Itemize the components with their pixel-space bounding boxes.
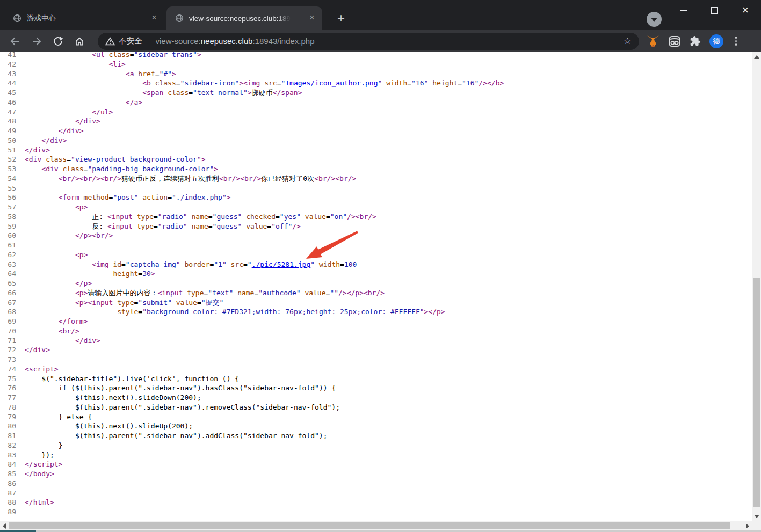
code-token: </div> <box>75 117 100 125</box>
line-number: 58 <box>0 212 20 222</box>
line-number: 75 <box>0 374 20 384</box>
window-minimize-button[interactable] <box>670 1 696 19</box>
line-content: <div class="padding-big background-color… <box>25 164 218 174</box>
source-line: 53 <div class="padding-big background-co… <box>0 164 504 174</box>
source-line: 64 height=30> <box>0 269 504 279</box>
line-content: </form> <box>25 317 88 326</box>
home-icon <box>74 36 85 47</box>
tab-close-icon[interactable]: × <box>149 13 159 23</box>
source-line: 65 </p> <box>0 279 504 288</box>
bookmark-star-icon[interactable]: ☆ <box>624 35 632 47</box>
code-token: <p><input <box>75 298 117 307</box>
tab-game-center[interactable]: 游戏中心 × <box>4 6 164 30</box>
code-token: $(".sidebar-title").live('click', functi… <box>41 375 239 383</box>
code-token: height <box>432 79 458 87</box>
window-close-button[interactable]: × <box>733 1 758 19</box>
line-content: </script> <box>25 460 62 469</box>
scroll-up-arrow-icon[interactable] <box>754 55 759 59</box>
line-content: $(".sidebar-title").live('click', functi… <box>25 374 239 384</box>
back-button[interactable] <box>9 35 21 48</box>
media-controls-button[interactable] <box>647 12 662 27</box>
source-line: 79 } else { <box>0 412 504 422</box>
code-token: } else { <box>59 413 92 421</box>
line-number: 48 <box>0 116 20 126</box>
code-token: <span <box>142 89 168 97</box>
horizontal-scrollbar[interactable] <box>0 521 752 530</box>
code-token: type <box>117 298 134 307</box>
code-token: "guess" <box>213 222 247 230</box>
source-line: 73 <box>0 355 504 365</box>
source-line: 57 <p> <box>0 202 504 212</box>
line-number: 53 <box>0 164 20 174</box>
metamask-fox-icon[interactable] <box>647 35 659 48</box>
security-label[interactable]: 不安全 <box>119 36 142 46</box>
source-line: 63 <img id="captcha_img" border="1" src=… <box>0 260 504 269</box>
code-token: src <box>231 260 243 268</box>
line-content: </html> <box>25 498 54 507</box>
code-token: > <box>248 89 252 97</box>
source-line: 44 <b class="sidebar-icon"><img src="Ima… <box>0 78 504 88</box>
line-number: 52 <box>0 155 20 164</box>
scroll-left-arrow-icon[interactable] <box>3 523 6 529</box>
line-number: 63 <box>0 260 20 269</box>
line-number: 70 <box>0 326 20 336</box>
line-number: 44 <box>0 78 20 88</box>
source-line: 76 if ($(this).parent(".sidebar-nav").ha… <box>0 383 504 393</box>
scroll-right-arrow-icon[interactable] <box>746 523 749 529</box>
home-button[interactable] <box>73 35 86 48</box>
horizontal-scrollbar-thumb[interactable] <box>9 522 730 529</box>
code-token: <script> <box>25 365 59 373</box>
code-token: = <box>208 222 213 230</box>
vertical-scrollbar[interactable] <box>752 52 761 521</box>
forward-button[interactable] <box>30 35 43 48</box>
profile-avatar[interactable]: 德 <box>709 34 723 48</box>
kebab-dot <box>735 37 737 38</box>
line-number: 41 <box>0 52 20 60</box>
code-token: </script> <box>25 460 62 468</box>
line-number: 89 <box>0 507 20 517</box>
warning-icon <box>105 37 115 46</box>
line-number: 62 <box>0 250 20 260</box>
code-token: <div <box>41 165 62 173</box>
code-token: 掷硬币 <box>252 89 273 97</box>
code-token: border <box>184 260 209 268</box>
vertical-scrollbar-thumb[interactable] <box>753 278 760 507</box>
line-number: 67 <box>0 298 20 308</box>
line-number: 65 <box>0 279 20 288</box>
line-content: $(this).parent(".sidebar-nav").removeCla… <box>25 403 340 412</box>
tab-close-icon[interactable]: × <box>307 13 317 23</box>
tab-view-source[interactable]: view-source:neepusec.club:189 × <box>166 6 322 30</box>
line-number: 73 <box>0 355 20 365</box>
code-token: "16" <box>411 79 432 87</box>
source-line: 86 <box>0 479 504 489</box>
goggles-extension-icon[interactable] <box>668 35 681 48</box>
code-token: /><br/> <box>347 213 376 221</box>
source-line: 43 <a href="#"> <box>0 69 504 79</box>
line-content: $(this).next().slideDown(200); <box>25 393 201 403</box>
url-scheme: view-source: <box>156 37 201 46</box>
line-content: <p> <box>25 202 88 212</box>
source-line: 55 <box>0 184 504 193</box>
scroll-down-arrow-icon[interactable] <box>754 515 759 518</box>
source-link[interactable]: Images/icon_author.png <box>285 79 378 87</box>
code-token: ></p> <box>424 308 445 316</box>
line-content: <li> <box>25 60 126 69</box>
reload-button[interactable] <box>52 35 64 48</box>
line-number: 61 <box>0 241 20 250</box>
line-number: 57 <box>0 202 20 212</box>
divider <box>149 37 149 46</box>
new-tab-button[interactable]: + <box>333 11 349 27</box>
address-bar[interactable]: 不安全 view-source:neepusec.club:18943/inde… <box>98 33 639 50</box>
code-token: </p><br/> <box>75 231 113 239</box>
menu-kebab-button[interactable] <box>732 37 740 45</box>
code-token: name <box>191 213 208 221</box>
code-token: $(this).next().slideDown(200); <box>75 393 201 402</box>
extensions-puzzle-icon[interactable] <box>690 35 701 47</box>
source-line: 80 $(this).next().slideUp(200); <box>0 421 504 431</box>
line-content: $(this).next().slideUp(200); <box>25 421 193 431</box>
line-number: 76 <box>0 383 20 393</box>
code-token: src <box>264 79 277 87</box>
code-token: "post" <box>113 193 142 201</box>
window-maximize-button[interactable] <box>701 1 727 19</box>
code-token: "text-normal" <box>193 89 248 97</box>
